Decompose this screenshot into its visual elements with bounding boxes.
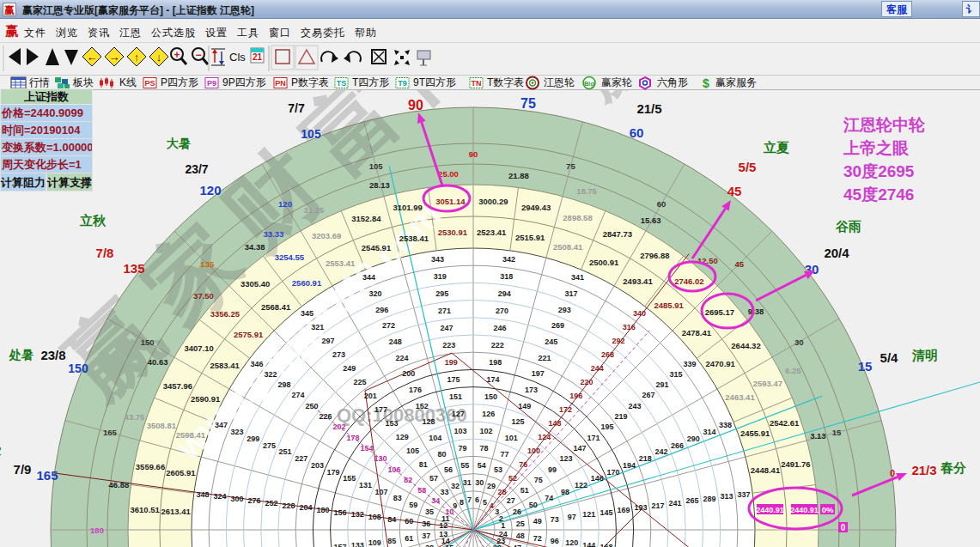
- svg-text:2470.91: 2470.91: [706, 359, 736, 368]
- svg-text:320: 320: [369, 289, 382, 298]
- svg-text:271: 271: [438, 307, 451, 315]
- svg-text:2440.91: 2440.91: [756, 506, 784, 514]
- svg-text:3457.96: 3457.96: [163, 381, 192, 391]
- svg-text:101: 101: [505, 434, 518, 442]
- svg-text:57: 57: [429, 474, 438, 483]
- svg-text:59: 59: [409, 501, 417, 509]
- svg-text:102: 102: [480, 427, 493, 435]
- svg-text:199: 199: [445, 358, 458, 367]
- svg-text:30: 30: [475, 478, 484, 487]
- svg-text:15: 15: [832, 428, 842, 437]
- svg-text:2485.91: 2485.91: [654, 301, 685, 310]
- svg-text:2478.41: 2478.41: [682, 328, 712, 337]
- svg-text:290: 290: [687, 435, 700, 443]
- svg-text:30度2695: 30度2695: [843, 162, 915, 180]
- svg-text:3559.66: 3559.66: [136, 462, 165, 471]
- svg-text:299: 299: [247, 435, 259, 443]
- svg-text:2538.41: 2538.41: [399, 234, 429, 243]
- svg-text:53: 53: [494, 465, 502, 474]
- svg-text:2598.41: 2598.41: [176, 430, 206, 440]
- svg-text:55: 55: [460, 461, 469, 470]
- svg-text:大暑: 大暑: [167, 137, 191, 150]
- svg-text:21: 21: [253, 52, 263, 62]
- svg-text:248: 248: [389, 337, 402, 346]
- svg-text:15.63: 15.63: [641, 216, 661, 225]
- svg-text:270: 270: [496, 307, 508, 315]
- svg-text:2448.41: 2448.41: [751, 465, 781, 475]
- svg-text:128: 128: [422, 417, 435, 426]
- svg-text:25: 25: [516, 520, 525, 528]
- svg-text:147: 147: [573, 444, 586, 453]
- svg-text:135: 135: [200, 259, 215, 269]
- svg-text:78: 78: [479, 444, 488, 453]
- svg-text:342: 342: [502, 255, 515, 264]
- svg-text:133: 133: [351, 541, 364, 547]
- svg-text:217: 217: [651, 501, 664, 510]
- svg-text:2493.41: 2493.41: [623, 277, 653, 286]
- svg-text:265: 265: [685, 496, 698, 505]
- svg-text:120: 120: [278, 199, 292, 209]
- svg-text:274: 274: [291, 391, 304, 399]
- svg-text:75: 75: [520, 96, 536, 111]
- svg-text:43.75: 43.75: [125, 412, 145, 422]
- svg-text:295: 295: [435, 289, 448, 298]
- svg-text:193: 193: [634, 503, 647, 512]
- svg-text:2695.17: 2695.17: [705, 307, 734, 317]
- svg-text:2583.41: 2583.41: [210, 361, 240, 370]
- svg-text:266: 266: [671, 441, 684, 450]
- svg-text:172: 172: [559, 405, 572, 414]
- svg-text:5: 5: [483, 498, 487, 507]
- svg-text:2613.41: 2613.41: [161, 507, 191, 516]
- svg-text:156: 156: [334, 508, 347, 517]
- svg-text:347: 347: [215, 421, 228, 429]
- svg-text:37.50: 37.50: [193, 291, 214, 301]
- svg-text:露: 露: [0, 445, 2, 459]
- svg-text:165: 165: [36, 468, 58, 483]
- svg-text:29: 29: [487, 482, 496, 490]
- svg-text:125: 125: [511, 417, 524, 426]
- svg-text:124: 124: [538, 433, 551, 441]
- svg-text:319: 319: [434, 272, 447, 281]
- svg-text:40.63: 40.63: [148, 357, 168, 367]
- svg-text:49: 49: [533, 517, 542, 526]
- svg-text:107: 107: [374, 488, 387, 496]
- svg-text:155: 155: [343, 474, 356, 483]
- svg-text:152: 152: [416, 402, 429, 410]
- svg-text:0: 0: [890, 468, 895, 478]
- svg-text:99: 99: [548, 465, 557, 474]
- svg-text:7: 7: [467, 495, 472, 504]
- svg-text:83: 83: [393, 494, 402, 502]
- svg-text:2796.88: 2796.88: [640, 251, 669, 260]
- svg-text:77: 77: [501, 450, 509, 459]
- svg-text:168: 168: [600, 543, 612, 547]
- svg-text:343: 343: [431, 255, 444, 264]
- svg-text:2515.91: 2515.91: [515, 233, 545, 242]
- svg-text:32: 32: [451, 482, 460, 490]
- svg-text:293: 293: [558, 306, 571, 314]
- svg-text:3254.55: 3254.55: [275, 252, 305, 262]
- svg-text:PN: PN: [275, 79, 286, 88]
- svg-text:48: 48: [516, 532, 525, 540]
- svg-text:18.75: 18.75: [576, 186, 597, 196]
- svg-text:50: 50: [529, 501, 538, 509]
- svg-text:3000.29: 3000.29: [478, 197, 508, 206]
- svg-text:2553.41: 2553.41: [326, 258, 356, 268]
- svg-text:26: 26: [513, 507, 521, 516]
- svg-text:291: 291: [656, 380, 669, 389]
- svg-text:120: 120: [199, 183, 221, 198]
- svg-text:241: 241: [668, 499, 681, 507]
- svg-text:81: 81: [419, 460, 428, 469]
- svg-text:243: 243: [628, 402, 641, 410]
- svg-text:249: 249: [343, 364, 356, 373]
- svg-text:24: 24: [499, 530, 508, 538]
- svg-text:2: 2: [499, 514, 503, 523]
- svg-text:341: 341: [571, 273, 584, 282]
- svg-text:38: 38: [425, 544, 434, 547]
- svg-text:51: 51: [520, 486, 529, 495]
- svg-text:45: 45: [727, 184, 742, 198]
- svg-text:196: 196: [569, 392, 582, 400]
- svg-text:Cls: Cls: [229, 51, 246, 64]
- svg-text:130: 130: [374, 454, 387, 463]
- svg-text:2463.41: 2463.41: [725, 392, 755, 402]
- svg-text:84: 84: [387, 515, 396, 524]
